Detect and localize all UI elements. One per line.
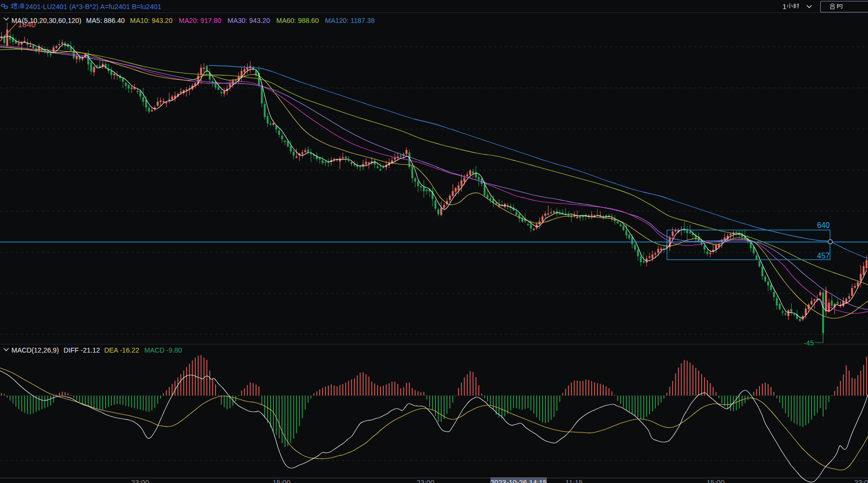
svg-text:23:00: 23:00 (416, 478, 434, 483)
svg-text:15:00: 15:00 (706, 478, 725, 483)
svg-text:MA10: 943.20: MA10: 943.20 (130, 17, 173, 24)
svg-text:MA20: 917.80: MA20: 917.80 (179, 17, 221, 24)
svg-text:MA60: 988.60: MA60: 988.60 (276, 17, 319, 24)
svg-text:23:00: 23:00 (131, 478, 149, 483)
svg-text:1: 1 (782, 2, 786, 11)
svg-text:457: 457 (817, 252, 830, 260)
svg-text:MA5: 886.40: MA5: 886.40 (86, 17, 125, 24)
svg-text:2401-LU2401 (A*3-B*2) A=fu2401: 2401-LU2401 (A*3-B*2) A=fu2401 B=lu2401 (25, 3, 162, 11)
svg-text:11:15: 11:15 (565, 478, 583, 483)
svg-text:MA120: 1187.38: MA120: 1187.38 (325, 17, 375, 24)
svg-text:2023-10-26 14:15: 2023-10-26 14:15 (490, 478, 547, 483)
svg-text:MACD(12,26,9): MACD(12,26,9) (11, 346, 59, 354)
svg-text:15:00: 15:00 (272, 478, 291, 483)
svg-text:MA(5,10,20,30,60,120): MA(5,10,20,30,60,120) (11, 17, 81, 24)
svg-text:DEA -16.22: DEA -16.22 (104, 346, 139, 354)
svg-text:-45: -45 (803, 339, 814, 347)
svg-text:DIFF -21.12: DIFF -21.12 (64, 346, 100, 354)
svg-text:MACD -9.80: MACD -9.80 (144, 346, 182, 354)
svg-text:640: 640 (817, 221, 830, 229)
svg-text:MA30: 943.20: MA30: 943.20 (228, 17, 270, 24)
svg-text:23:00: 23:00 (854, 478, 868, 483)
